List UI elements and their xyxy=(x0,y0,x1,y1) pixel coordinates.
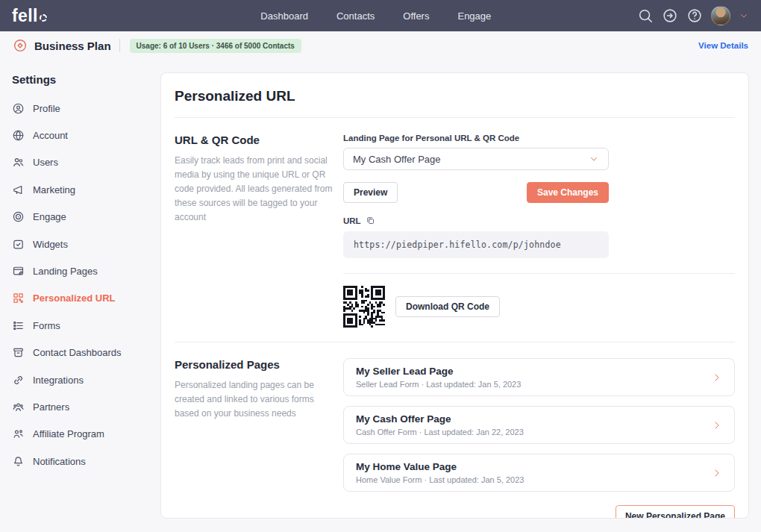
copy-icon[interactable] xyxy=(366,216,375,225)
preview-button[interactable]: Preview xyxy=(343,182,398,203)
sidebar-item-personalized-url[interactable]: Personalized URL xyxy=(12,285,154,312)
sidebar-item-label: Personalized URL xyxy=(33,292,116,304)
divider xyxy=(343,273,735,274)
chevron-down-icon xyxy=(589,154,599,164)
sidebar-item-integrations[interactable]: Integrations xyxy=(12,366,154,393)
nav-item-contacts[interactable]: Contacts xyxy=(336,10,375,22)
divider xyxy=(119,39,120,52)
target-icon xyxy=(13,38,28,53)
page-card-subtitle: Seller Lead Form · Last updated: Jan 5, … xyxy=(356,380,521,389)
page-card-my-seller-lead-page[interactable]: My Seller Lead Page Seller Lead Form · L… xyxy=(343,358,735,396)
sidebar-item-affiliate-program[interactable]: Affiliate Program xyxy=(12,421,154,448)
fello-logo[interactable]: fell xyxy=(12,6,47,26)
url-label: URL xyxy=(343,216,361,225)
search-icon[interactable] xyxy=(637,7,654,24)
sidebar-item-label: Contact Dashboards xyxy=(33,347,122,358)
save-changes-button[interactable]: Save Changes xyxy=(527,182,609,203)
personal-url-value: https://piedpiper.hifello.com/p/johndoe xyxy=(343,231,609,258)
new-personalized-page-button[interactable]: New Personalized Page xyxy=(616,505,735,519)
plan-name: Business Plan xyxy=(34,40,111,52)
landing-page-select[interactable]: My Cash Offer Page xyxy=(343,148,609,170)
avatar[interactable] xyxy=(711,6,730,25)
sidebar-item-marketing[interactable]: Marketing xyxy=(12,176,154,203)
main-nav: DashboardContactsOffersEngage xyxy=(260,10,491,22)
affiliate-icon xyxy=(12,428,25,440)
sidebar-item-label: Account xyxy=(33,130,68,141)
bell-icon xyxy=(12,455,25,468)
plan-bar: Business Plan Usage: 6 of 10 Users · 346… xyxy=(0,31,761,60)
sidebar-item-label: Widgets xyxy=(33,239,68,250)
page-card-subtitle: Cash Offer Form · Last updated: Jan 22, … xyxy=(356,428,524,436)
view-details-link[interactable]: View Details xyxy=(698,41,748,50)
qr-row: Download QR Code xyxy=(343,286,735,328)
people-group-icon xyxy=(12,401,25,413)
page-card-text: My Seller Lead Page Seller Lead Form · L… xyxy=(356,366,521,389)
sidebar-item-profile[interactable]: Profile xyxy=(12,95,154,122)
sidebar-item-widgets[interactable]: Widgets xyxy=(12,231,154,257)
link-icon xyxy=(12,374,25,387)
page-title: Personalized URL xyxy=(175,88,735,104)
landing-page-label: Landing Page for Personal URL & QR Code xyxy=(343,134,735,143)
personalized-url-card: Personalized URL URL & QR Code Easily tr… xyxy=(160,72,749,519)
new-page-row: New Personalized Page xyxy=(343,505,735,519)
sidebar-item-engage[interactable]: Engage xyxy=(12,204,154,231)
sidebar-item-contact-dashboards[interactable]: Contact Dashboards xyxy=(12,339,154,366)
page-layout: Settings ProfileAccountUsersMarketingEng… xyxy=(0,60,761,519)
sidebar-item-label: Users xyxy=(33,157,58,168)
navbar-right xyxy=(637,6,749,25)
personalized-pages-section: Personalized Pages Personalized landing … xyxy=(175,342,735,519)
url-qr-section: URL & QR Code Easily track leads from pr… xyxy=(175,118,735,328)
section-description: Personalized landing pages can be create… xyxy=(175,378,333,421)
download-qr-button[interactable]: Download QR Code xyxy=(395,296,500,317)
page-card-my-cash-offer-page[interactable]: My Cash Offer Page Cash Offer Form · Las… xyxy=(343,406,735,444)
archive-icon xyxy=(12,346,25,359)
chevron-right-icon xyxy=(712,420,722,431)
qr-icon xyxy=(12,292,25,304)
section-description: Easily track leads from print and social… xyxy=(175,154,333,225)
landing-page-selected-value: My Cash Offer Page xyxy=(353,154,441,165)
sidebar-item-forms[interactable]: Forms xyxy=(12,312,154,339)
users-icon xyxy=(12,156,25,169)
sidebar-item-label: Affiliate Program xyxy=(33,428,104,439)
logo-o-glyph xyxy=(40,14,47,22)
sidebar-item-label: Engage xyxy=(33,211,66,222)
page-card-subtitle: Home Value Form · Last updated: Jan 5, 2… xyxy=(356,475,524,484)
nav-item-engage[interactable]: Engage xyxy=(457,10,491,22)
activity-icon[interactable] xyxy=(662,7,678,24)
url-label-row: URL xyxy=(343,216,735,225)
sidebar-item-label: Partners xyxy=(33,401,69,413)
qr-code xyxy=(343,286,385,328)
sidebar-item-notifications[interactable]: Notifications xyxy=(12,448,154,475)
sidebar-item-users[interactable]: Users xyxy=(12,149,154,176)
nav-item-offers[interactable]: Offers xyxy=(403,10,429,22)
sidebar-item-account[interactable]: Account xyxy=(12,122,154,148)
chevron-right-icon xyxy=(712,468,722,478)
globe-icon xyxy=(12,129,25,142)
chevron-right-icon xyxy=(712,372,722,383)
url-qr-controls: Landing Page for Personal URL & QR Code … xyxy=(343,134,735,328)
page-card-my-home-value-page[interactable]: My Home Value Page Home Value Form · Las… xyxy=(343,454,735,492)
sidebar-list: ProfileAccountUsersMarketingEngageWidget… xyxy=(12,95,154,475)
pages-intro: Personalized Pages Personalized landing … xyxy=(175,358,333,519)
sidebar-title: Settings xyxy=(12,73,154,86)
help-icon[interactable] xyxy=(686,7,703,24)
sidebar-item-label: Forms xyxy=(33,320,60,331)
widget-box-icon xyxy=(12,238,25,251)
actions-row: Preview Save Changes xyxy=(343,182,609,203)
page-card-title: My Cash Offer Page xyxy=(356,413,524,425)
sidebar-item-partners[interactable]: Partners xyxy=(12,393,154,420)
browser-icon xyxy=(12,265,25,278)
target-rings-icon xyxy=(12,210,25,223)
sidebar-item-label: Marketing xyxy=(33,184,75,195)
nav-item-dashboard[interactable]: Dashboard xyxy=(260,10,308,22)
sidebar-item-landing-pages[interactable]: Landing Pages xyxy=(12,257,154,284)
page-card-title: My Seller Lead Page xyxy=(356,366,521,377)
megaphone-icon xyxy=(12,184,25,196)
list-icon xyxy=(12,319,25,332)
pages-list: My Seller Lead Page Seller Lead Form · L… xyxy=(343,358,735,492)
profile-icon xyxy=(12,102,25,115)
page-card-text: My Cash Offer Page Cash Offer Form · Las… xyxy=(356,413,524,436)
page-card-title: My Home Value Page xyxy=(356,461,524,472)
chevron-down-icon[interactable] xyxy=(739,10,749,21)
top-navbar: fell DashboardContactsOffersEngage xyxy=(0,0,761,31)
